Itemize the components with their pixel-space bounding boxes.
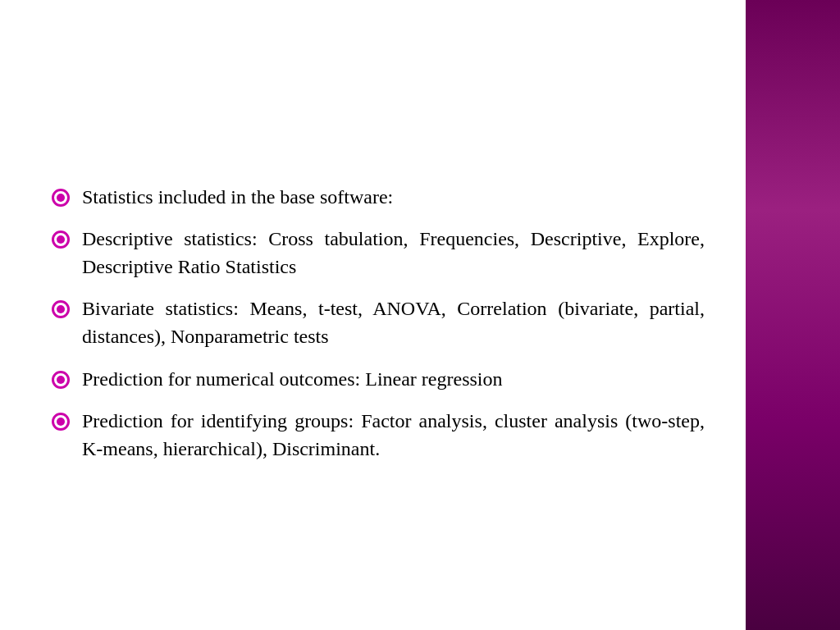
list-item: Prediction for identifying groups: Facto… [49, 408, 705, 463]
bullet-text-4: Prediction for numerical outcomes: Linea… [82, 366, 705, 394]
bullet-icon [49, 298, 72, 321]
bullet-icon [49, 410, 72, 433]
bullet-circle-icon [52, 371, 70, 389]
slide-container: Statistics included in the base software… [0, 0, 840, 630]
content-area: Statistics included in the base software… [0, 0, 746, 630]
bullet-circle-icon [52, 231, 70, 249]
bullet-circle-icon [52, 413, 70, 431]
bullet-text-1: Statistics included in the base software… [82, 184, 705, 212]
list-item: Bivariate statistics: Means, t-test, ANO… [49, 295, 705, 350]
bullet-list: Statistics included in the base software… [49, 184, 705, 463]
list-item: Prediction for numerical outcomes: Linea… [49, 366, 705, 394]
bullet-text-2: Descriptive statistics: Cross tabulation… [82, 226, 705, 281]
bullet-text-3: Bivariate statistics: Means, t-test, ANO… [82, 295, 705, 350]
list-item: Statistics included in the base software… [49, 184, 705, 212]
bullet-icon [49, 186, 72, 209]
bullet-icon [49, 228, 72, 251]
bullet-circle-icon [52, 189, 70, 207]
right-bar-decoration [746, 0, 840, 630]
bullet-text-5: Prediction for identifying groups: Facto… [82, 408, 705, 463]
bullet-circle-icon [52, 300, 70, 318]
list-item: Descriptive statistics: Cross tabulation… [49, 226, 705, 281]
bullet-icon [49, 368, 72, 391]
